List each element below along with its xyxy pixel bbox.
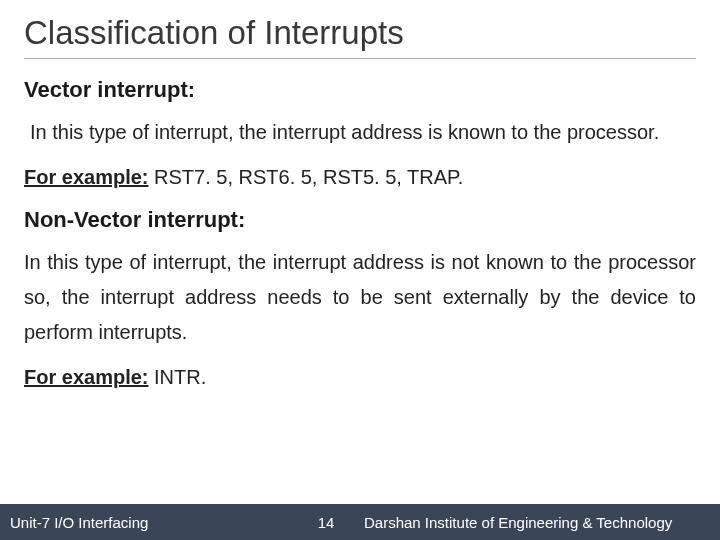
section-heading-vector: Vector interrupt:	[24, 77, 696, 103]
footer-institute: Darshan Institute of Engineering & Techn…	[352, 514, 720, 531]
footer-unit: Unit-7 I/O Interfacing	[0, 514, 300, 531]
example-label: For example:	[24, 166, 148, 188]
section-body-nonvector: In this type of interrupt, the interrupt…	[24, 245, 696, 350]
footer-bar: Unit-7 I/O Interfacing 14 Darshan Instit…	[0, 504, 720, 540]
slide: Classification of Interrupts Vector inte…	[0, 0, 720, 540]
slide-title: Classification of Interrupts	[24, 14, 696, 59]
section-example-vector: For example: RST7. 5, RST6. 5, RST5. 5, …	[24, 160, 696, 195]
section-body-vector: In this type of interrupt, the interrupt…	[24, 115, 696, 150]
example-text: RST7. 5, RST6. 5, RST5. 5, TRAP.	[148, 166, 463, 188]
footer-page-number: 14	[300, 514, 352, 531]
section-heading-nonvector: Non-Vector interrupt:	[24, 207, 696, 233]
section-example-nonvector: For example: INTR.	[24, 360, 696, 395]
example-text: INTR.	[148, 366, 206, 388]
example-label: For example:	[24, 366, 148, 388]
